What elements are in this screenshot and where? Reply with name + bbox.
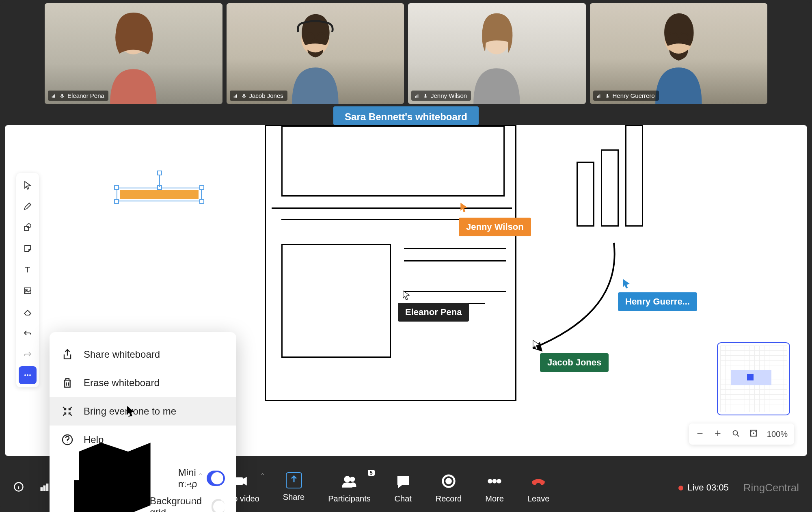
whiteboard-canvas[interactable]: Jenny Wilson Eleanor Pena Jacob Jones He… <box>5 125 807 456</box>
cursor-jenny <box>460 202 469 214</box>
svg-rect-44 <box>234 478 243 484</box>
participant-name: Jenny Wilson <box>431 92 467 99</box>
zoom-controls: 100% <box>689 423 794 445</box>
whiteboard-toolbar <box>16 173 39 387</box>
participants-count-badge: 5 <box>368 470 375 476</box>
participant-name-pill: Eleanor Pena <box>48 91 108 101</box>
tool-redo[interactable] <box>19 345 37 363</box>
svg-rect-15 <box>418 94 419 97</box>
whiteboard-title-banner: Sara Bennett's whiteboard <box>333 106 479 125</box>
svg-point-45 <box>345 476 350 482</box>
svg-rect-13 <box>415 96 416 98</box>
participant-tile[interactable]: Jenny Wilson <box>408 3 586 104</box>
svg-point-51 <box>488 480 492 483</box>
popover-bring-everyone[interactable]: Bring everyone to me <box>50 397 236 426</box>
cursor-henry <box>622 279 631 291</box>
brand-logo: RingCentral <box>743 482 799 494</box>
tool-eraser[interactable] <box>19 303 37 321</box>
svg-point-29 <box>27 374 28 376</box>
wireframe-page[interactable] <box>265 125 516 401</box>
svg-point-53 <box>497 480 501 483</box>
cursor-label-jacob: Jacob Jones <box>540 353 609 372</box>
svg-rect-40 <box>41 488 43 490</box>
svg-point-34 <box>753 432 754 434</box>
mouse-cursor-icon <box>126 405 136 417</box>
svg-point-52 <box>493 480 496 483</box>
zoom-fit[interactable] <box>731 429 740 440</box>
leave-button[interactable]: Leave <box>527 472 550 503</box>
svg-rect-20 <box>597 96 598 98</box>
svg-point-30 <box>29 374 31 376</box>
svg-point-37 <box>751 434 752 435</box>
cursor-jacob <box>532 339 541 352</box>
tool-select[interactable] <box>19 176 37 194</box>
wireframe-bar[interactable] <box>625 125 643 227</box>
tool-sticky[interactable] <box>19 240 37 257</box>
tool-pen[interactable] <box>19 197 37 215</box>
record-button[interactable]: Record <box>436 472 462 503</box>
tool-more[interactable] <box>19 366 37 384</box>
video-filmstrip: Eleanor Pena Jacob Jones Jenny Wilson <box>0 0 812 104</box>
cursor-label-henry: Henry Guerre... <box>618 292 697 311</box>
share-button[interactable]: Share <box>283 472 304 503</box>
svg-rect-4 <box>61 94 63 97</box>
wireframe-bar[interactable] <box>577 162 594 227</box>
cursor-label-eleanor: Eleanor Pena <box>398 303 469 322</box>
tool-image[interactable] <box>19 282 37 300</box>
mute-button[interactable]: ⌃ Mute <box>179 472 197 503</box>
participant-name-pill: Henry Guerrero <box>593 91 659 101</box>
svg-rect-42 <box>47 484 48 490</box>
svg-point-46 <box>351 477 355 481</box>
chevron-up-icon[interactable]: ⌃ <box>198 472 203 479</box>
stop-video-button[interactable]: ⌃ Stop video <box>221 472 259 503</box>
more-button[interactable]: More <box>485 472 504 503</box>
svg-point-32 <box>733 430 737 435</box>
minimap[interactable] <box>717 342 790 415</box>
tool-text[interactable] <box>19 261 37 279</box>
svg-rect-22 <box>599 94 600 97</box>
svg-point-38 <box>755 434 756 435</box>
svg-rect-2 <box>53 95 54 97</box>
zoom-reset[interactable] <box>749 429 758 440</box>
zoom-in[interactable] <box>713 429 722 440</box>
cursor-eleanor <box>402 290 411 302</box>
svg-rect-41 <box>44 486 45 491</box>
signal-icon[interactable] <box>39 481 50 494</box>
tool-undo[interactable] <box>19 324 37 342</box>
participant-tile[interactable]: Eleanor Pena <box>45 3 222 104</box>
participants-button[interactable]: 5 Participants <box>328 472 371 503</box>
svg-rect-3 <box>54 94 55 97</box>
participant-name-pill: Jacob Jones <box>230 91 287 101</box>
zoom-out[interactable] <box>695 429 704 440</box>
popover-share-whiteboard[interactable]: Share whiteboard <box>50 340 236 369</box>
whiteboard-more-popover: Share whiteboard Erase whiteboard Bring … <box>50 332 236 512</box>
svg-point-50 <box>446 478 451 484</box>
svg-rect-8 <box>233 96 234 98</box>
participant-name: Jacob Jones <box>249 92 283 99</box>
participant-name-pill: Jenny Wilson <box>411 91 471 101</box>
svg-rect-21 <box>598 95 599 97</box>
svg-rect-14 <box>417 95 417 97</box>
chat-button[interactable]: Chat <box>394 472 412 503</box>
svg-rect-16 <box>425 94 426 97</box>
svg-point-25 <box>27 224 31 228</box>
svg-point-36 <box>755 431 756 432</box>
popover-erase-whiteboard[interactable]: Erase whiteboard <box>50 369 236 397</box>
tool-shapes[interactable] <box>19 218 37 236</box>
chevron-up-icon[interactable]: ⌃ <box>260 472 265 479</box>
zoom-level: 100% <box>767 430 788 439</box>
participant-tile[interactable]: Jacob Jones <box>227 3 404 104</box>
svg-rect-23 <box>607 94 608 97</box>
info-icon[interactable] <box>13 481 24 494</box>
svg-rect-47 <box>400 479 406 480</box>
participant-tile[interactable]: Henry Guerrero <box>590 3 768 104</box>
svg-rect-9 <box>235 95 235 97</box>
svg-rect-43 <box>186 475 190 483</box>
wireframe-bar[interactable] <box>601 149 619 227</box>
participant-name: Henry Guerrero <box>613 92 655 99</box>
svg-rect-1 <box>52 96 53 98</box>
svg-rect-48 <box>400 481 404 482</box>
svg-rect-10 <box>236 94 237 97</box>
cursor-label-jenny: Jenny Wilson <box>459 218 531 236</box>
grid-icon <box>61 467 140 512</box>
